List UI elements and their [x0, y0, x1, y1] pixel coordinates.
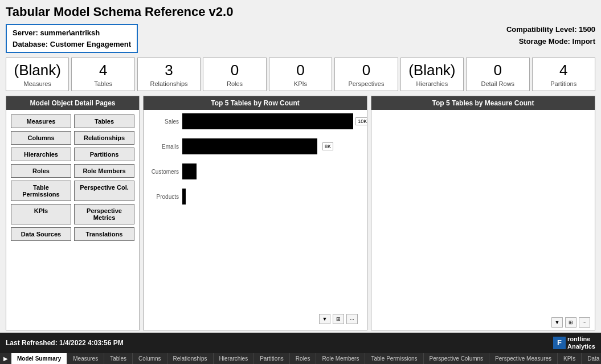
- status-bar: Last Refreshed: 1/4/2022 4:03:56 PM F ro…: [0, 333, 601, 353]
- summary-tile[interactable]: 4 Partitions: [532, 58, 595, 91]
- brand-text: rontline Analytics: [567, 336, 595, 350]
- center-panel-header: Top 5 Tables by Row Count: [144, 96, 367, 110]
- tab-item[interactable]: Roles: [290, 353, 317, 364]
- bar-fill: 10K: [182, 113, 353, 129]
- nav-button[interactable]: Perspective Metrics: [74, 204, 134, 224]
- tile-label: Hierarchies: [406, 80, 459, 87]
- tab-item[interactable]: Model Summary: [11, 353, 67, 364]
- bar-fill: [182, 163, 197, 179]
- left-panel-body: MeasuresTablesColumnsRelationshipsHierar…: [6, 110, 139, 329]
- tile-value: 0: [471, 62, 524, 79]
- tab-item[interactable]: Hierarchies: [214, 353, 255, 364]
- tab-nav-arrow[interactable]: ▶: [0, 353, 11, 364]
- summary-tile[interactable]: (Blank) Measures: [6, 58, 69, 91]
- bar-container: 10K: [182, 113, 362, 129]
- nav-button[interactable]: Table Permissions: [11, 181, 71, 201]
- brand-icon: F: [553, 337, 566, 349]
- tab-item[interactable]: Perspective Columns: [424, 353, 489, 364]
- tab-item[interactable]: KPIs: [558, 353, 582, 364]
- bar-row: Sales 10K: [148, 113, 362, 129]
- bar-row: Products: [148, 189, 362, 205]
- summary-tile[interactable]: 0 Roles: [203, 58, 266, 91]
- nav-button[interactable]: Partitions: [74, 148, 134, 161]
- nav-button[interactable]: Tables: [74, 114, 134, 128]
- tab-item[interactable]: Data So...: [582, 353, 601, 364]
- server-label: Server: summer\antriksh: [13, 27, 131, 39]
- bar-container: [182, 189, 362, 205]
- tab-item[interactable]: Perspective Measures: [489, 353, 558, 364]
- bar-container: [182, 163, 362, 179]
- right-chart-area: ▼ ⊞ ···: [371, 110, 595, 329]
- tab-item[interactable]: Partitions: [254, 353, 290, 364]
- bar-label: Emails: [148, 144, 182, 150]
- tile-label: Detail Rows: [471, 80, 524, 87]
- filter-icon[interactable]: ▼: [551, 317, 563, 328]
- last-refreshed: Last Refreshed: 1/4/2022 4:03:56 PM: [6, 339, 124, 347]
- summary-tile[interactable]: 0 Perspectives: [334, 58, 398, 91]
- bar-label: Customers: [148, 169, 182, 175]
- bar-label: Products: [148, 194, 182, 200]
- tabs-bar[interactable]: ▶ Model SummaryMeasuresTablesColumnsRela…: [0, 353, 601, 364]
- expand-icon[interactable]: ⊞: [333, 314, 344, 324]
- right-panel: Top 5 Tables by Measure Count ▼ ⊞ ···: [371, 96, 595, 330]
- nav-button[interactable]: Columns: [11, 131, 71, 145]
- tab-item[interactable]: Tables: [104, 353, 133, 364]
- tab-item[interactable]: Measures: [67, 353, 104, 364]
- more-icon[interactable]: ···: [579, 317, 590, 328]
- tile-label: Roles: [208, 80, 261, 87]
- nav-button[interactable]: Role Members: [74, 164, 134, 178]
- nav-button[interactable]: KPIs: [11, 204, 71, 224]
- tile-value: 4: [537, 62, 590, 79]
- tile-value: 3: [142, 62, 195, 79]
- bar-badge: 8K: [322, 142, 333, 150]
- tile-value: 0: [274, 62, 327, 79]
- summary-tiles: (Blank) Measures 4 Tables 3 Relationship…: [6, 58, 595, 91]
- page-title: Tabular Model Schema Reference v2.0: [6, 5, 595, 19]
- right-chart-icons: ▼ ⊞ ···: [551, 317, 590, 328]
- right-panel-header: Top 5 Tables by Measure Count: [371, 96, 595, 110]
- tile-label: Perspectives: [340, 80, 393, 87]
- nav-button[interactable]: Data Sources: [11, 227, 71, 241]
- bar-row: Customers: [148, 163, 362, 179]
- tab-item[interactable]: Relationships: [167, 353, 214, 364]
- bar-fill: 8K: [182, 138, 317, 154]
- server-info-box: Server: summer\antriksh Database: Custom…: [6, 24, 138, 53]
- tile-value: 4: [76, 62, 129, 79]
- nav-button[interactable]: Hierarchies: [11, 148, 71, 161]
- summary-tile[interactable]: 4 Tables: [71, 58, 134, 91]
- compat-info: Compatibility Level: 1500 Storage Mode: …: [506, 24, 595, 48]
- bar-label: Sales: [148, 118, 182, 125]
- top-info-bar: Server: summer\antriksh Database: Custom…: [6, 24, 595, 53]
- tab-item[interactable]: Table Permissions: [365, 353, 423, 364]
- brand-logo: F rontline Analytics: [553, 336, 595, 350]
- bar-row: Emails 8K: [148, 138, 362, 154]
- storage-label: Storage Mode: Import: [506, 36, 595, 48]
- tile-label: Partitions: [537, 80, 590, 87]
- brand-line2: Analytics: [567, 343, 595, 350]
- brand-line1: rontline: [567, 336, 595, 343]
- summary-tile[interactable]: 0 KPIs: [269, 58, 332, 91]
- more-icon[interactable]: ···: [346, 314, 358, 324]
- tile-value: (Blank): [406, 62, 459, 79]
- nav-button[interactable]: Roles: [11, 164, 71, 178]
- summary-tile[interactable]: 3 Relationships: [137, 58, 201, 91]
- center-panel: Top 5 Tables by Row Count Sales 10K Emai…: [143, 96, 367, 330]
- expand-icon[interactable]: ⊞: [565, 317, 577, 328]
- summary-tile[interactable]: 0 Detail Rows: [466, 58, 529, 91]
- tab-item[interactable]: Columns: [133, 353, 167, 364]
- nav-button[interactable]: Relationships: [74, 131, 134, 145]
- row-count-chart: Sales 10K Emails 8K Customers Products ▼…: [148, 113, 362, 326]
- tile-value: 0: [208, 62, 261, 79]
- bar-badge: 10K: [355, 117, 367, 125]
- tile-label: Tables: [76, 80, 129, 87]
- tile-label: Measures: [11, 80, 64, 87]
- tile-value: (Blank): [11, 62, 64, 79]
- panels-row: Model Object Detail Pages MeasuresTables…: [6, 96, 595, 330]
- tab-item[interactable]: Role Members: [316, 353, 365, 364]
- left-panel: Model Object Detail Pages MeasuresTables…: [6, 96, 140, 330]
- nav-button[interactable]: Measures: [11, 114, 71, 128]
- nav-button[interactable]: Perspective Col.: [74, 181, 134, 201]
- filter-icon[interactable]: ▼: [319, 314, 330, 324]
- summary-tile[interactable]: (Blank) Hierarchies: [400, 58, 464, 91]
- nav-button[interactable]: Translations: [74, 227, 134, 241]
